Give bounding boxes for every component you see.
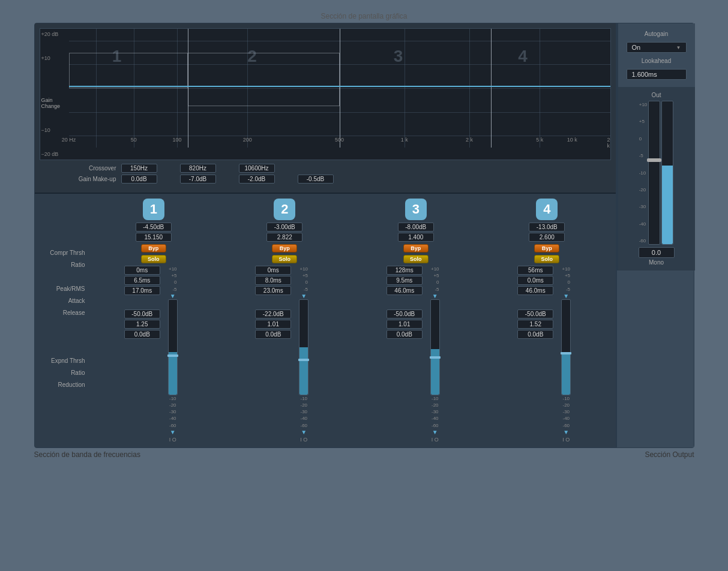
right-panel: Autogain On ▼ Lookahead 1.600ms Out +10 … bbox=[616, 23, 694, 447]
band-3-compr-thrsh[interactable]: -8.00dB bbox=[398, 223, 434, 232]
band-4-fader[interactable]: +10+50-5 ▼ -10-20-30-40-60 bbox=[556, 266, 576, 443]
x-labels-row: 20 Hz 50 100 200 500 1 k 2 k 5 k 10 k 20… bbox=[69, 137, 610, 148]
lookahead-label: Lookahead bbox=[642, 58, 672, 64]
band-1-solo-btn[interactable]: Solo bbox=[141, 255, 166, 263]
band-3-fader-track[interactable] bbox=[430, 299, 440, 395]
bottom-labels: Sección de banda de frecuencias Sección … bbox=[34, 450, 694, 459]
band-1-byp-btn[interactable]: Byp bbox=[141, 244, 166, 253]
out-meter-area: +10 +5 0 -5 -10 -20 -30 -40 -60 bbox=[639, 101, 674, 245]
band-2-release[interactable]: 23.0ms bbox=[255, 286, 291, 295]
band2-region bbox=[188, 53, 340, 106]
x-label-20hz: 20 Hz bbox=[62, 137, 76, 143]
graphic-section-label: Sección de pantalla gráfica bbox=[34, 12, 694, 20]
crossover-val-3[interactable]: 10600Hz bbox=[239, 164, 275, 173]
crossover-label: Crossover bbox=[68, 165, 116, 172]
y-label-neg20: −20 dB bbox=[41, 151, 68, 157]
x-label-5k: 5 k bbox=[536, 137, 543, 143]
band-1-compr-thrsh[interactable]: -4.50dB bbox=[136, 223, 172, 232]
band-1: 1 -4.50dB 15.150 Byp Solo 0ms 6.5ms bbox=[90, 199, 218, 443]
band-4-ratio[interactable]: 2.600 bbox=[529, 233, 565, 242]
band-1-ratio[interactable]: 15.150 bbox=[136, 233, 172, 242]
band-1-expnd-thrsh[interactable]: -50.0dB bbox=[124, 309, 160, 318]
band-4-solo-btn[interactable]: Solo bbox=[534, 255, 559, 263]
band-1-fader-track[interactable] bbox=[168, 299, 178, 395]
gain-makeup-val-1[interactable]: 0.0dB bbox=[121, 175, 157, 184]
autogain-value: On bbox=[632, 44, 641, 51]
band-2-byp-btn[interactable]: Byp bbox=[272, 244, 297, 253]
band-2: 2 -3.00dB 2.822 Byp Solo 0ms 8.0ms bbox=[221, 199, 349, 443]
band-2-exp-ratio[interactable]: 1.01 bbox=[255, 320, 291, 329]
band-3-peak-rms[interactable]: 128ms bbox=[387, 266, 423, 275]
band-3-ratio[interactable]: 1.400 bbox=[398, 233, 434, 242]
band-4-attack[interactable]: 0.0ms bbox=[517, 276, 553, 285]
grid-v-7 bbox=[469, 29, 470, 148]
y-label-10: +10 bbox=[41, 55, 68, 61]
band-3-solo-btn[interactable]: Solo bbox=[403, 255, 429, 263]
band-1-fader[interactable]: +10+50-5 ▼ -10-20-30-40-60 bbox=[163, 266, 183, 443]
out-value-box[interactable]: 0.0 bbox=[639, 247, 675, 258]
band-1-peak-rms[interactable]: 0ms bbox=[124, 266, 160, 275]
band-num-3: 3 bbox=[394, 47, 403, 66]
grid-v-6 bbox=[405, 29, 405, 148]
crossover-val-1[interactable]: 150Hz bbox=[121, 164, 157, 173]
band-2-solo-btn[interactable]: Solo bbox=[272, 255, 297, 263]
autogain-select[interactable]: On ▼ bbox=[627, 42, 687, 53]
gain-makeup-row: Gain Make-up 0.0dB -7.0dB -2.0dB -0.5dB bbox=[68, 175, 611, 184]
band-3: 3 -8.00dB 1.400 Byp Solo 128ms 9.5ms bbox=[352, 199, 480, 443]
band-4-compr-thrsh[interactable]: -13.0dB bbox=[529, 223, 565, 232]
crossover-2 bbox=[340, 29, 340, 148]
band-3-attack[interactable]: 9.5ms bbox=[387, 276, 423, 285]
gain-makeup-val-4[interactable]: -0.5dB bbox=[298, 175, 334, 184]
band-2-expnd-thrsh[interactable]: -22.0dB bbox=[255, 309, 291, 318]
x-label-2k: 2 k bbox=[466, 137, 473, 143]
out-meter-fill bbox=[662, 166, 673, 244]
band-4-reduction[interactable]: 0.0dB bbox=[517, 330, 553, 339]
gain-makeup-val-3[interactable]: -2.0dB bbox=[239, 175, 275, 184]
grid-v-8 bbox=[540, 29, 540, 148]
plugin-container: +20 dB +10 Gain Change −10 −20 dB bbox=[34, 23, 694, 448]
band-3-byp-btn[interactable]: Byp bbox=[403, 244, 429, 253]
autogain-section: Autogain On ▼ Lookahead 1.600ms bbox=[617, 23, 695, 87]
band-4-exp-ratio[interactable]: 1.52 bbox=[517, 320, 553, 329]
band-2-header: 2 bbox=[274, 199, 295, 220]
zero-line bbox=[69, 86, 610, 87]
param-rows: Crossover 150Hz 820Hz 10600Hz Gain Make-… bbox=[40, 160, 611, 188]
crossover-row: Crossover 150Hz 820Hz 10600Hz bbox=[68, 164, 611, 173]
band-2-fader[interactable]: +10+50-5 ▼ -10-20-30-40-60 bbox=[293, 266, 314, 443]
band-2-fader-track[interactable] bbox=[299, 299, 308, 395]
bands-container: 1 -4.50dB 15.150 Byp Solo 0ms 6.5ms bbox=[90, 199, 611, 443]
x-label-10k: 10 k bbox=[567, 137, 577, 143]
out-fader-track[interactable] bbox=[648, 101, 660, 245]
band-3-release[interactable]: 46.0ms bbox=[387, 286, 423, 295]
band-1-release[interactable]: 17.0ms bbox=[124, 286, 160, 295]
band-3-exp-ratio[interactable]: 1.01 bbox=[387, 320, 423, 329]
band-4-peak-rms[interactable]: 56ms bbox=[517, 266, 553, 275]
label-peak-rms: Peak/RMS bbox=[40, 283, 88, 294]
band-2-ratio[interactable]: 2.822 bbox=[266, 233, 302, 242]
band-3-fader[interactable]: +10+50-5 ▼ -10-20-30-40-60 bbox=[425, 266, 445, 443]
band-4-expnd-thrsh[interactable]: -50.0dB bbox=[517, 309, 553, 318]
label-exp-ratio: Ratio bbox=[40, 366, 88, 378]
band1-region bbox=[69, 53, 188, 88]
crossover-val-2[interactable]: 820Hz bbox=[180, 164, 216, 173]
x-label-100: 100 bbox=[172, 137, 181, 143]
band-1-reduction[interactable]: 0.0dB bbox=[124, 330, 160, 339]
band-3-io: I O bbox=[432, 437, 439, 443]
band-3-reduction[interactable]: 0.0dB bbox=[387, 330, 423, 339]
lookahead-select[interactable]: 1.600ms bbox=[627, 69, 687, 80]
band-2-peak-rms[interactable]: 0ms bbox=[255, 266, 291, 275]
band-3-expnd-thrsh[interactable]: -50.0dB bbox=[387, 309, 423, 318]
band-1-exp-ratio[interactable]: 1.25 bbox=[124, 320, 160, 329]
band-2-reduction[interactable]: 0.0dB bbox=[255, 330, 291, 339]
band-2-compr-thrsh[interactable]: -3.00dB bbox=[266, 223, 302, 232]
band-2-attack[interactable]: 8.0ms bbox=[255, 276, 291, 285]
output-section-label: Sección Output bbox=[645, 450, 694, 459]
band-4-fader-track[interactable] bbox=[561, 299, 571, 395]
band-4-byp-btn[interactable]: Byp bbox=[534, 244, 559, 253]
band-1-attack[interactable]: 6.5ms bbox=[124, 276, 160, 285]
band-section: Compr Thrsh Ratio Peak/RMS Attack Releas… bbox=[35, 194, 616, 447]
gain-makeup-val-2[interactable]: -7.0dB bbox=[180, 175, 216, 184]
band-4: 4 -13.0dB 2.600 Byp Solo 56ms 0.0ms bbox=[483, 199, 611, 443]
band-num-1: 1 bbox=[112, 47, 122, 66]
band-4-release[interactable]: 46.0ms bbox=[517, 286, 553, 295]
